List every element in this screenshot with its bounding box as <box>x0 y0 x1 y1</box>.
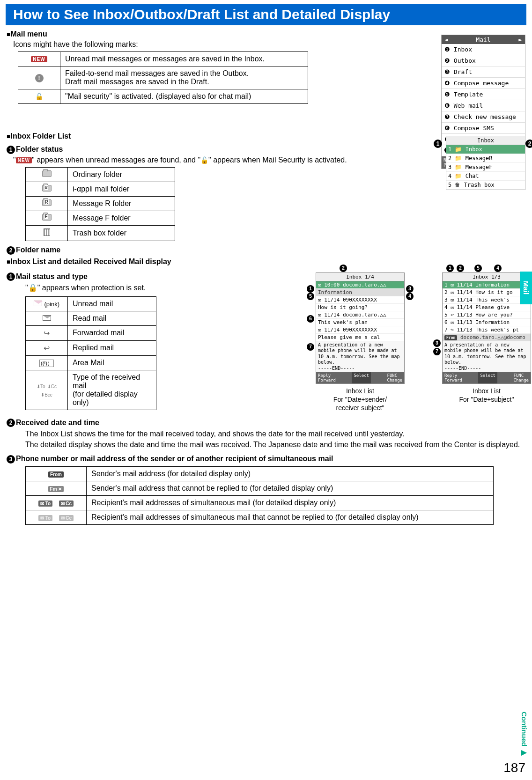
inbox-folder-mini: Inbox 1 📁 Inbox 2 📁 MessageR 3 📁 Message… <box>446 136 525 190</box>
folder-status-table: Ordinary folder αi-αppli mail folder RMe… <box>25 167 175 241</box>
table-desc: Type of the received mail (for detailed … <box>68 370 156 410</box>
cc-badge-grey-icon: ✉ Cc <box>59 515 74 521</box>
phone-menu-item: ❷ Outbox <box>442 55 525 66</box>
screen-line: 3 ✉ 11/14 This week's <box>443 296 531 304</box>
to-small-icon: ⬇To <box>37 384 45 389</box>
mail-menu-table: NEW Unread mail messages or messages are… <box>18 52 308 104</box>
to-badge-icon: ✉ To <box>38 500 52 507</box>
table-desc: Forwarded mail <box>68 325 156 340</box>
phone-menu-title: Mail <box>476 36 490 43</box>
phone-menu-item: ❸ Draft <box>442 66 525 78</box>
inbox-mini-title: Inbox <box>446 136 525 145</box>
phone-menu-item: ❼ Check new message <box>442 111 525 123</box>
table-desc: Sender's mail address (for detailed disp… <box>87 467 494 481</box>
screen-line: ✉ 10:00 docomo.taro.△△ <box>316 281 404 289</box>
screen-line: 5 ↩ 11/13 How are you? <box>443 311 531 319</box>
softkey-mid: Select <box>478 372 497 383</box>
screens-row: 1 2 3 4 5 6 7 Inbox 1/4 ✉ 10:00 docomo.t… <box>311 272 532 412</box>
side-tab-mail: Mail <box>520 272 532 304</box>
folder-name-heading: 2Folder name <box>7 246 525 255</box>
table-desc: Message R folder <box>68 196 175 211</box>
screen-line: ✉ 11/14 docomo.taro.△△ <box>316 311 404 319</box>
annotation-marker: 7 <box>307 343 314 351</box>
screen-line: 7 ↪ 11/13 This week's pl <box>443 326 531 334</box>
from-badge-grey-icon: Fm ✕ <box>48 486 64 492</box>
bcc-small-icon: ⬇Bcc <box>41 392 52 397</box>
annotation-marker: 5 <box>474 265 482 272</box>
received-date-text: The Inbox List shows the time for the ma… <box>25 429 525 450</box>
screen-body: A presentation of a new mobile phone wil… <box>443 341 531 373</box>
inbox-list-screen-a: 1 2 3 4 5 6 7 Inbox 1/4 ✉ 10:00 docomo.t… <box>316 272 405 384</box>
continued-label: Continued ▶ <box>520 712 528 757</box>
table-desc: Recipient's mail addresses of simultaneo… <box>87 510 494 525</box>
annotation-marker: 3 <box>406 285 414 293</box>
screen-caption: Inbox List For "Date+sender/ receiver su… <box>311 387 409 412</box>
table-desc: Read mail <box>68 311 156 325</box>
annotation-marker: 4 <box>406 293 414 300</box>
received-date-heading: 2Received date and time <box>7 419 525 427</box>
softkey-right: FUNC Change <box>511 372 531 383</box>
from-badge-icon: From <box>48 471 64 478</box>
softkey-left: Reply Forward <box>316 372 338 383</box>
inbox-list-heading: Inbox List and detailed Received Mail di… <box>7 258 525 266</box>
phone-menu-item: ❶ Inbox <box>442 44 525 55</box>
table-desc: Area Mail <box>68 355 156 370</box>
new-icon: NEW <box>31 56 47 62</box>
inbox-mini-row: 5 🗑 Trash box <box>446 181 525 190</box>
screen-line: This week's plan <box>316 319 404 326</box>
annotation-marker: 1 <box>307 285 314 293</box>
new-icon: NEW <box>16 157 32 163</box>
envelope-pink-icon <box>34 301 42 306</box>
folder-icon <box>42 170 52 177</box>
folder-alpha-icon: α <box>42 185 52 191</box>
screen-title: Inbox 1/4 <box>316 273 404 281</box>
annotation-marker: 3 <box>433 339 441 347</box>
annotation-marker: 1 <box>446 265 454 272</box>
sender-table: FromSender's mail address (for detailed … <box>25 466 494 525</box>
screen-line: 6 ✉ 11/13 Information <box>443 319 531 326</box>
annotation-marker: 4 <box>494 265 502 272</box>
screen-body: A presentation of a new mobile phone wil… <box>316 341 404 373</box>
annotation-marker: 5 <box>307 293 314 300</box>
table-desc: i-αppli mail folder <box>68 182 175 196</box>
inbox-mini-row: 3 📁 MessageF <box>446 163 525 172</box>
lock-icon: 🔓 <box>200 156 208 164</box>
envelope-icon <box>43 315 51 321</box>
screen-line: ✉ 11/14 090XXXXXXXX <box>316 296 404 304</box>
annotation-marker: 2 <box>525 140 532 148</box>
inbox-list-screen-b: 1 2 5 4 3 7 Inbox 1/3 1 ✉ 11/14 Informat… <box>442 272 531 384</box>
screen-line: From docomo.taro.△△@docomo <box>443 334 531 341</box>
screen-title: Inbox 1/3 <box>443 273 531 281</box>
folder-f-icon: F <box>42 214 52 221</box>
softkey-left: Reply Forward <box>443 372 464 383</box>
screen-line: Please give me a cal <box>316 334 404 341</box>
table-desc: Unread mail <box>68 296 156 311</box>
phone-menu-item: ❽ Compose SMS <box>442 123 525 134</box>
inbox-mini-row: 4 📁 Chat <box>446 172 525 181</box>
page-number: 187 <box>503 760 525 775</box>
nav-left-icon: ◄ <box>442 36 451 43</box>
table-desc: Sender's mail address that cannot be rep… <box>87 481 494 496</box>
annotation-marker: 2 <box>457 265 464 272</box>
screen-line: ✉ 11/14 090XXXXXXXX <box>316 326 404 334</box>
mail-menu-row-desc: Unread mail messages or messages are sav… <box>60 52 308 66</box>
screen-caption: Inbox List For "Date+subject" <box>437 387 532 404</box>
alert-icon: ! <box>35 74 44 82</box>
screen-line: 2 ✉ 11/14 How is it go <box>443 289 531 296</box>
page-banner: How to See Inbox/Outbox/Draft List and D… <box>6 4 526 25</box>
inbox-mini-row: 2 📁 MessageR <box>446 154 525 163</box>
table-desc: Recipient's mail addresses of simultaneo… <box>87 496 494 510</box>
to-badge-grey-icon: ✉ To <box>38 515 52 521</box>
phone-menu-item: ❺ Template <box>442 89 525 100</box>
table-desc: Message F folder <box>68 211 175 225</box>
protect-text: "🔒" appears when protection is set. <box>25 283 156 293</box>
mail-menu-row-desc: Failed-to-send mail messages are saved i… <box>60 66 308 89</box>
sender-heading: 3Phone number or mail address of the sen… <box>7 455 525 464</box>
annotation-marker: 6 <box>307 315 314 323</box>
softkey-mid: Select <box>352 372 371 383</box>
cc-badge-icon: ✉ Cc <box>59 500 74 507</box>
phone-menu-item: ❻ Web mail <box>442 100 525 111</box>
table-desc: Ordinary folder <box>68 167 175 182</box>
annotation-marker: 7 <box>433 348 441 355</box>
lock-icon: 🔓 <box>35 93 43 100</box>
